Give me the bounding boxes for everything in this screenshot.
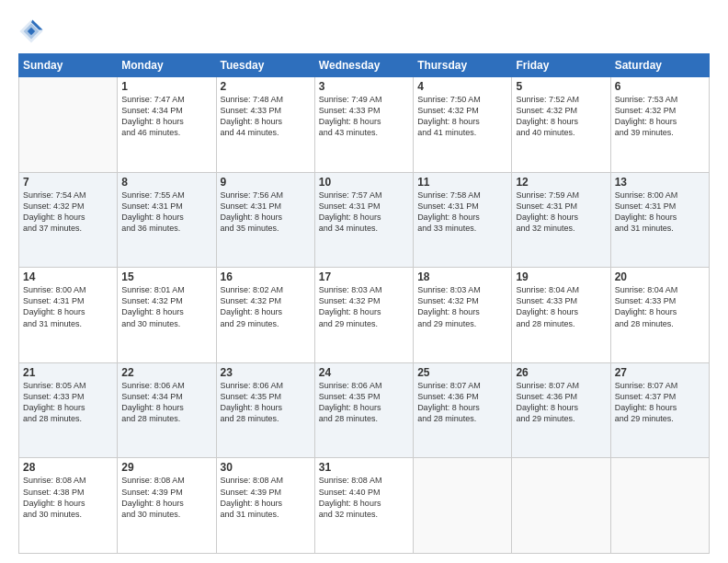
calendar-cell: 16Sunrise: 8:02 AMSunset: 4:32 PMDayligh… [216,268,314,363]
day-info: Sunrise: 8:03 AMSunset: 4:32 PMDaylight:… [319,284,409,329]
day-info: Sunrise: 8:03 AMSunset: 4:32 PMDaylight:… [417,284,507,329]
day-header-wednesday: Wednesday [314,54,413,77]
day-header-friday: Friday [512,54,610,77]
day-number: 5 [516,80,606,93]
day-info: Sunrise: 7:48 AMSunset: 4:33 PMDaylight:… [221,94,311,139]
day-info: Sunrise: 8:06 AMSunset: 4:35 PMDaylight:… [319,380,409,425]
calendar-cell: 2Sunrise: 7:48 AMSunset: 4:33 PMDaylight… [216,77,314,173]
day-info: Sunrise: 7:52 AMSunset: 4:32 PMDaylight:… [516,94,606,139]
calendar-table: SundayMondayTuesdayWednesdayThursdayFrid… [18,53,710,554]
day-number: 1 [121,80,211,93]
day-header-saturday: Saturday [610,54,709,77]
day-info: Sunrise: 7:47 AMSunset: 4:34 PMDaylight:… [121,94,211,139]
calendar-cell: 6Sunrise: 7:53 AMSunset: 4:32 PMDaylight… [610,77,709,173]
calendar-cell: 13Sunrise: 8:00 AMSunset: 4:31 PMDayligh… [610,172,709,268]
calendar-cell: 21Sunrise: 8:05 AMSunset: 4:33 PMDayligh… [19,362,118,458]
calendar-cell: 31Sunrise: 8:08 AMSunset: 4:40 PMDayligh… [314,458,413,554]
day-number: 10 [319,176,409,189]
day-number: 30 [221,461,311,474]
calendar-cell: 3Sunrise: 7:49 AMSunset: 4:33 PMDaylight… [314,77,413,173]
day-number: 21 [23,366,113,379]
logo [18,18,46,44]
calendar-cell: 24Sunrise: 8:06 AMSunset: 4:35 PMDayligh… [314,362,413,458]
calendar-cell [414,458,512,554]
day-number: 9 [221,176,311,189]
calendar-week-row: 14Sunrise: 8:00 AMSunset: 4:31 PMDayligh… [19,268,710,363]
day-number: 18 [417,270,507,283]
day-number: 17 [319,270,409,283]
day-number: 31 [319,461,409,474]
day-number: 23 [221,366,311,379]
day-info: Sunrise: 7:57 AMSunset: 4:31 PMDaylight:… [319,190,409,235]
day-info: Sunrise: 8:00 AMSunset: 4:31 PMDaylight:… [23,284,113,329]
day-info: Sunrise: 8:05 AMSunset: 4:33 PMDaylight:… [23,380,113,425]
calendar-cell [512,458,610,554]
day-info: Sunrise: 8:07 AMSunset: 4:36 PMDaylight:… [516,380,606,425]
day-info: Sunrise: 7:49 AMSunset: 4:33 PMDaylight:… [319,94,409,139]
day-header-thursday: Thursday [414,54,512,77]
day-number: 15 [121,270,211,283]
day-number: 3 [319,80,409,93]
calendar-cell: 30Sunrise: 8:08 AMSunset: 4:39 PMDayligh… [216,458,314,554]
day-number: 7 [23,176,113,189]
day-number: 6 [615,80,705,93]
calendar-cell: 9Sunrise: 7:56 AMSunset: 4:31 PMDaylight… [216,172,314,268]
day-number: 29 [121,461,211,474]
calendar-week-row: 21Sunrise: 8:05 AMSunset: 4:33 PMDayligh… [19,362,710,458]
header [18,18,710,44]
calendar-cell: 11Sunrise: 7:58 AMSunset: 4:31 PMDayligh… [414,172,512,268]
day-info: Sunrise: 7:55 AMSunset: 4:31 PMDaylight:… [121,190,211,235]
day-info: Sunrise: 8:06 AMSunset: 4:35 PMDaylight:… [221,380,311,425]
day-info: Sunrise: 7:56 AMSunset: 4:31 PMDaylight:… [221,190,311,235]
day-number: 22 [121,366,211,379]
calendar-cell: 8Sunrise: 7:55 AMSunset: 4:31 PMDaylight… [118,172,216,268]
day-info: Sunrise: 8:07 AMSunset: 4:37 PMDaylight:… [615,380,705,425]
calendar-cell [19,77,118,173]
day-info: Sunrise: 7:58 AMSunset: 4:31 PMDaylight:… [417,190,507,235]
calendar-cell: 18Sunrise: 8:03 AMSunset: 4:32 PMDayligh… [414,268,512,363]
day-header-tuesday: Tuesday [216,54,314,77]
day-info: Sunrise: 8:01 AMSunset: 4:32 PMDaylight:… [121,284,211,329]
calendar-cell: 17Sunrise: 8:03 AMSunset: 4:32 PMDayligh… [314,268,413,363]
day-number: 2 [221,80,311,93]
day-number: 28 [23,461,113,474]
calendar-cell: 27Sunrise: 8:07 AMSunset: 4:37 PMDayligh… [610,362,709,458]
calendar-cell: 26Sunrise: 8:07 AMSunset: 4:36 PMDayligh… [512,362,610,458]
calendar-cell: 7Sunrise: 7:54 AMSunset: 4:32 PMDaylight… [19,172,118,268]
day-number: 26 [516,366,606,379]
calendar-cell: 14Sunrise: 8:00 AMSunset: 4:31 PMDayligh… [19,268,118,363]
day-info: Sunrise: 8:02 AMSunset: 4:32 PMDaylight:… [221,284,311,329]
calendar-cell: 15Sunrise: 8:01 AMSunset: 4:32 PMDayligh… [118,268,216,363]
day-info: Sunrise: 8:08 AMSunset: 4:40 PMDaylight:… [319,475,409,520]
day-header-sunday: Sunday [19,54,118,77]
calendar-cell: 1Sunrise: 7:47 AMSunset: 4:34 PMDaylight… [118,77,216,173]
day-number: 11 [417,176,507,189]
calendar-cell: 20Sunrise: 8:04 AMSunset: 4:33 PMDayligh… [610,268,709,363]
calendar-cell: 5Sunrise: 7:52 AMSunset: 4:32 PMDaylight… [512,77,610,173]
day-info: Sunrise: 8:08 AMSunset: 4:38 PMDaylight:… [23,475,113,520]
calendar-week-row: 7Sunrise: 7:54 AMSunset: 4:32 PMDaylight… [19,172,710,268]
calendar-cell [610,458,709,554]
day-info: Sunrise: 8:07 AMSunset: 4:36 PMDaylight:… [417,380,507,425]
day-number: 13 [615,176,705,189]
page: SundayMondayTuesdayWednesdayThursdayFrid… [0,0,728,563]
calendar-cell: 19Sunrise: 8:04 AMSunset: 4:33 PMDayligh… [512,268,610,363]
logo-icon [18,18,44,44]
day-number: 4 [417,80,507,93]
day-info: Sunrise: 7:50 AMSunset: 4:32 PMDaylight:… [417,94,507,139]
calendar-cell: 25Sunrise: 8:07 AMSunset: 4:36 PMDayligh… [414,362,512,458]
calendar-week-row: 28Sunrise: 8:08 AMSunset: 4:38 PMDayligh… [19,458,710,554]
calendar-cell: 23Sunrise: 8:06 AMSunset: 4:35 PMDayligh… [216,362,314,458]
calendar-header-row: SundayMondayTuesdayWednesdayThursdayFrid… [19,54,710,77]
day-info: Sunrise: 7:54 AMSunset: 4:32 PMDaylight:… [23,190,113,235]
day-header-monday: Monday [118,54,216,77]
day-info: Sunrise: 8:04 AMSunset: 4:33 PMDaylight:… [615,284,705,329]
day-number: 24 [319,366,409,379]
day-info: Sunrise: 8:08 AMSunset: 4:39 PMDaylight:… [121,475,211,520]
day-number: 19 [516,270,606,283]
calendar-cell: 29Sunrise: 8:08 AMSunset: 4:39 PMDayligh… [118,458,216,554]
day-number: 8 [121,176,211,189]
day-info: Sunrise: 8:04 AMSunset: 4:33 PMDaylight:… [516,284,606,329]
day-info: Sunrise: 7:53 AMSunset: 4:32 PMDaylight:… [615,94,705,139]
day-info: Sunrise: 8:06 AMSunset: 4:34 PMDaylight:… [121,380,211,425]
